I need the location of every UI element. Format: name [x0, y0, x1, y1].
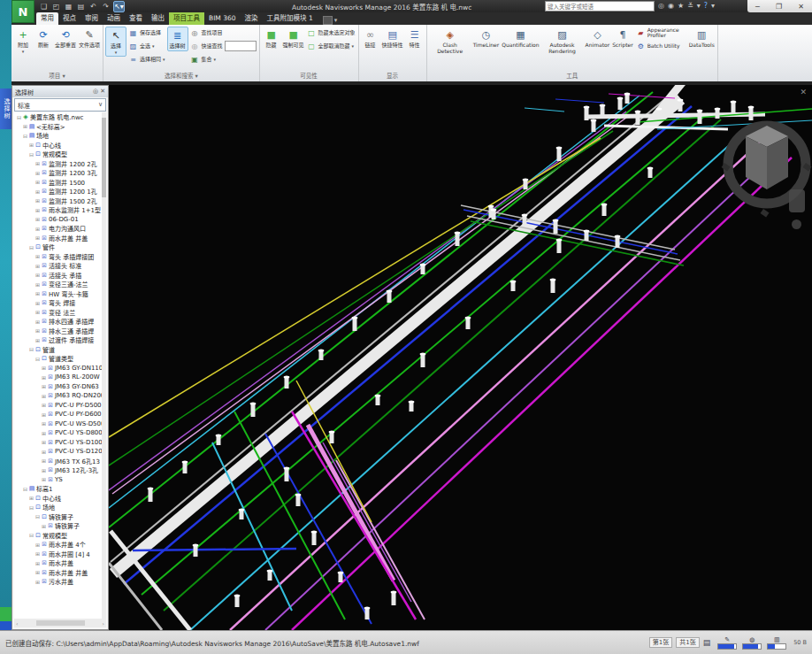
tree-item[interactable]: ⊞⊠活接头 承插 [14, 271, 106, 281]
tree-item[interactable]: ⊟▤标高1 [14, 484, 106, 494]
select-button[interactable]: ↖选择▾ [105, 27, 126, 57]
expand-icon[interactable]: ⊞ [34, 579, 41, 585]
expand-icon[interactable]: ⊞ [34, 272, 41, 278]
expand-icon[interactable]: ⊞ [34, 281, 41, 288]
tree-item[interactable]: ⊞⊠PVC-U YS-D1200 [14, 447, 106, 457]
tree-item[interactable]: ⊞⊠排水三通 承插焊 [14, 327, 106, 336]
pipe-blue[interactable] [555, 99, 604, 103]
maximize-button[interactable]: ❐ [776, 3, 782, 11]
expand-icon[interactable]: ⊞ [34, 569, 41, 575]
manhole[interactable] [465, 316, 471, 329]
expand-icon[interactable]: ⊞ [41, 476, 47, 482]
tree-item[interactable]: ⊟⊡管道 [14, 345, 106, 355]
tree-item[interactable]: ⊟⊡场地 [14, 503, 106, 512]
expand-icon[interactable]: ⊞ [41, 420, 47, 427]
tree-item[interactable]: ⊟⊡铸铁箅子 [14, 512, 106, 522]
tree-item[interactable]: ⊞⊠HW 弯头·卡箍 [14, 289, 106, 299]
tree-item[interactable]: ⊞⊠PVC-U YS-D800 [14, 428, 106, 438]
manhole[interactable] [455, 231, 461, 246]
tree-item[interactable]: ⊞⊠监测井 1200 2孔 [14, 159, 106, 169]
expand-icon[interactable]: ⊟ [28, 532, 34, 538]
require-button[interactable]: ■强制可见 [282, 27, 305, 50]
manhole[interactable] [635, 110, 641, 125]
manhole[interactable] [250, 402, 257, 417]
clash-detective-button[interactable]: ◈Clash Detective [429, 27, 471, 55]
manhole[interactable] [624, 92, 631, 104]
tree-item[interactable]: ⊞⊠雨水井盖 井盖 [14, 568, 106, 578]
tree-item[interactable]: ⊞⊠雨水井圈 [4] 4 [14, 550, 106, 559]
search-icon[interactable]: ◎ [658, 2, 664, 11]
tree-item[interactable]: ⊞⊠污水井盖 [14, 577, 106, 587]
manhole[interactable] [522, 213, 528, 227]
expand-icon[interactable]: ⊞ [41, 467, 47, 473]
expand-icon[interactable]: ⊞ [34, 309, 41, 315]
tree-item[interactable]: ⊞⊠雨水井盖 [14, 558, 106, 568]
close-button[interactable]: ✕ [798, 3, 804, 11]
manhole[interactable] [387, 289, 393, 303]
expand-icon[interactable]: ⊟ [28, 346, 34, 352]
expand-icon[interactable]: ⊞ [34, 542, 41, 548]
tab-审阅[interactable]: 审阅 [80, 12, 103, 25]
file-options-button[interactable]: ✎文件选项 [78, 27, 101, 50]
manhole[interactable] [615, 235, 621, 248]
manhole[interactable] [600, 104, 606, 115]
help-dropdown-icon[interactable]: ▾ [711, 2, 715, 11]
expand-icon[interactable]: ⊞ [28, 495, 34, 501]
a360-download-icon[interactable]: ≚ [687, 2, 693, 11]
expand-icon[interactable]: ⊟ [22, 133, 28, 139]
expand-icon[interactable]: ⊟ [28, 504, 34, 511]
tab-项目工具[interactable]: 项目工具 [169, 12, 204, 25]
minimize-button[interactable]: ─ [755, 3, 760, 11]
expand-icon[interactable]: ⊞ [34, 319, 41, 325]
expand-icon[interactable]: ⊞ [34, 160, 41, 166]
hide-unselected-button[interactable]: □隐藏未选定对象 [306, 27, 356, 39]
help-icon[interactable]: ? [704, 2, 708, 11]
manhole[interactable] [267, 569, 273, 581]
tab-常用[interactable]: 常用 [36, 12, 58, 25]
manhole[interactable] [234, 594, 241, 607]
tab-查看[interactable]: 查看 [125, 12, 147, 25]
tree-item[interactable]: ⊞⊠JM63 GY-DN110 [14, 364, 106, 373]
sheet-browser-icon[interactable]: ▤ [703, 638, 711, 647]
scroll-thumb[interactable] [36, 620, 85, 626]
manhole[interactable] [656, 107, 663, 119]
search-input[interactable] [545, 1, 655, 12]
expand-icon[interactable]: ⊞ [22, 123, 28, 129]
pipe-gray[interactable] [109, 563, 162, 630]
expand-icon[interactable]: ⊞ [34, 216, 41, 222]
manhole[interactable] [510, 280, 517, 291]
new-file-icon[interactable]: ❏ [39, 2, 49, 12]
manhole[interactable] [420, 263, 426, 274]
append-button[interactable]: +附加▾ [13, 27, 33, 55]
tree-item[interactable]: ⊞⊠雨水监测井 1+1型 [14, 205, 106, 215]
3d-scene[interactable] [109, 85, 812, 630]
unhide-all-dropdown-icon[interactable]: ▾ [352, 43, 355, 49]
exchange-apps-icon[interactable]: ▾ [697, 2, 701, 11]
manhole[interactable] [148, 487, 154, 502]
tree-item[interactable]: ⊞▤<无标高> [14, 122, 106, 132]
manhole[interactable] [318, 349, 325, 360]
pipe-violet[interactable] [109, 112, 626, 490]
tree-item[interactable]: ⊞⊠雨水井盖 4个 [14, 540, 106, 550]
save-selection-button[interactable]: ▦保存选择 [127, 27, 166, 39]
tree-item[interactable]: ⊞⊠电力沟通风口 [14, 224, 106, 234]
pipe-violet[interactable] [323, 442, 411, 602]
tree-item[interactable]: ⊞⊠过渡件 承插焊接 [14, 335, 106, 345]
expand-icon[interactable]: ⊞ [34, 197, 41, 204]
tree-horizontal-scrollbar[interactable]: ‹ › [14, 619, 106, 627]
redo-icon[interactable]: ↷ [101, 2, 111, 12]
manhole[interactable] [556, 238, 563, 253]
reset-all-button[interactable]: ⟲全部重置 [54, 27, 77, 50]
tree-item[interactable]: ⊞⊠排水四通 承插焊 [14, 317, 106, 327]
manhole[interactable] [284, 466, 290, 481]
expand-icon[interactable]: ⊞ [34, 327, 41, 334]
find-items-button[interactable]: ◎查找项目 [189, 27, 257, 39]
tree-item[interactable]: ⊞⊠YS [14, 475, 106, 485]
manhole[interactable] [748, 105, 755, 120]
tree-item[interactable]: ⊞⊠变径三通-法兰 [14, 280, 106, 289]
pipe-blue[interactable] [124, 106, 692, 584]
manhole[interactable] [352, 316, 358, 331]
manhole[interactable] [678, 98, 684, 112]
timeliner-button[interactable]: ◷TimeLiner [472, 27, 501, 50]
expand-icon[interactable]: ⊞ [34, 189, 41, 195]
